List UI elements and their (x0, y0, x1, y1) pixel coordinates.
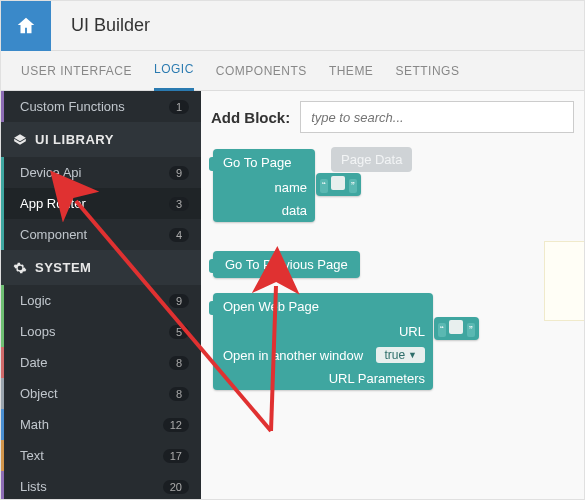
sidebar-item-component[interactable]: Component 4 (1, 219, 201, 250)
sidebar-item-label: Custom Functions (20, 99, 125, 114)
block-page-data-ghost[interactable]: Page Data (331, 147, 412, 172)
sidebar-item-count: 3 (169, 197, 189, 211)
sidebar-item-label: Device Api (20, 165, 81, 180)
tab-theme[interactable]: THEME (329, 51, 374, 91)
search-input[interactable] (300, 101, 574, 133)
app-title: UI Builder (71, 15, 150, 36)
sidebar-item-count: 4 (169, 228, 189, 242)
sidebar: Custom Functions 1 UI LIBRARY Device Api… (1, 91, 201, 499)
sidebar-item-object[interactable]: Object8 (1, 378, 201, 409)
true-dropdown[interactable]: true▼ (376, 347, 425, 363)
tab-components[interactable]: COMPONENTS (216, 51, 307, 91)
add-block-label: Add Block: (211, 109, 290, 126)
block-open-web-page[interactable]: Open Web Page URL Open in another window… (213, 293, 433, 390)
sidebar-item-loops[interactable]: Loops5 (1, 316, 201, 347)
home-icon (15, 15, 37, 37)
sidebar-item-count: 1 (169, 100, 189, 114)
block-go-to-previous-page[interactable]: Go To Previous Page (213, 251, 360, 278)
tab-bar: USER INTERFACE LOGIC COMPONENTS THEME SE… (1, 51, 584, 91)
sidebar-header-system[interactable]: SYSTEM (1, 250, 201, 285)
tab-logic[interactable]: LOGIC (154, 51, 194, 91)
sidebar-item-label: App Router (20, 196, 86, 211)
block-url-input[interactable]: “ ” (434, 317, 479, 340)
block-go-to-page[interactable]: Go To Page name data (213, 149, 315, 222)
sidebar-item-text[interactable]: Text17 (1, 440, 201, 471)
home-button[interactable] (1, 1, 51, 51)
sidebar-item-count: 9 (169, 166, 189, 180)
tab-settings[interactable]: SETTINGS (395, 51, 459, 91)
gear-icon (13, 261, 27, 275)
sidebar-item-custom-functions[interactable]: Custom Functions 1 (1, 91, 201, 122)
yellow-panel-edge (544, 241, 584, 321)
layers-icon (13, 133, 27, 147)
canvas: Add Block: Go To Page name data “ ” Page… (201, 91, 584, 499)
sidebar-header-ui-library[interactable]: UI LIBRARY (1, 122, 201, 157)
sidebar-item-app-router[interactable]: App Router 3 (1, 188, 201, 219)
sidebar-item-logic[interactable]: Logic9 (1, 285, 201, 316)
sidebar-item-math[interactable]: Math12 (1, 409, 201, 440)
sidebar-item-date[interactable]: Date8 (1, 347, 201, 378)
block-name-input[interactable]: “ ” (316, 173, 361, 196)
sidebar-item-device-api[interactable]: Device Api 9 (1, 157, 201, 188)
sidebar-item-label: Component (20, 227, 87, 242)
sidebar-item-lists[interactable]: Lists20 (1, 471, 201, 499)
tab-user-interface[interactable]: USER INTERFACE (21, 51, 132, 91)
